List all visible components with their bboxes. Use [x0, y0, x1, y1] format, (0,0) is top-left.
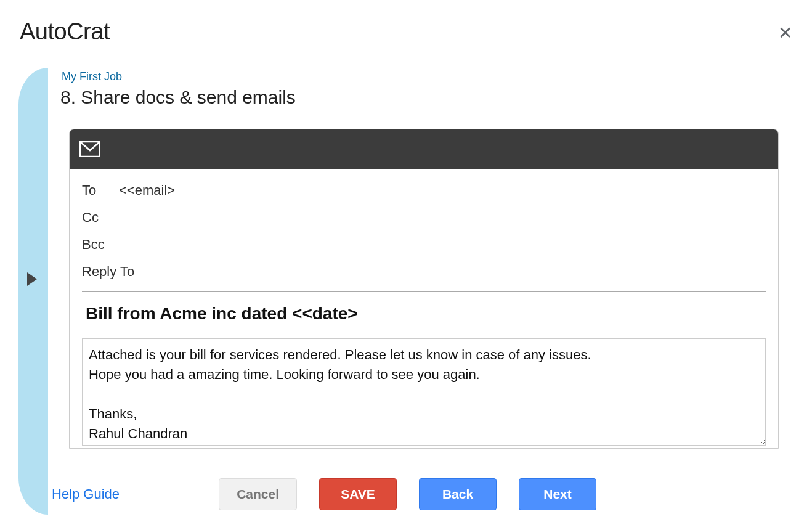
bcc-input[interactable]: [119, 237, 766, 253]
email-icon: [79, 141, 100, 157]
cc-input[interactable]: [119, 210, 766, 226]
job-name: My First Job: [62, 70, 794, 83]
reply-to-field-row: Reply To: [82, 264, 766, 280]
reply-to-input[interactable]: [151, 264, 766, 280]
save-button[interactable]: SAVE: [319, 478, 397, 510]
bcc-label: Bcc: [82, 237, 112, 253]
sidebar-panel: [18, 68, 48, 515]
help-guide-link[interactable]: Help Guide: [52, 486, 120, 502]
next-button[interactable]: Next: [519, 478, 596, 510]
to-field-row: To: [82, 182, 766, 198]
expand-sidebar-arrow[interactable]: [27, 272, 37, 286]
cc-label: Cc: [82, 210, 112, 226]
reply-to-label: Reply To: [82, 264, 144, 280]
app-title: AutoCrat: [0, 0, 812, 45]
cancel-button[interactable]: Cancel: [219, 478, 297, 510]
bcc-field-row: Bcc: [82, 237, 766, 253]
field-divider: [82, 291, 766, 292]
close-button[interactable]: ✕: [778, 25, 792, 42]
email-body-textarea[interactable]: [82, 338, 766, 446]
back-button[interactable]: Back: [419, 478, 497, 510]
cc-field-row: Cc: [82, 210, 766, 226]
to-input[interactable]: [119, 182, 766, 198]
email-header: [70, 129, 778, 169]
subject-input[interactable]: [82, 299, 766, 332]
close-icon: ✕: [778, 23, 792, 43]
to-label: To: [82, 182, 112, 198]
step-heading: 8. Share docs & send emails: [60, 87, 794, 108]
email-panel: To Cc Bcc Reply To: [69, 129, 779, 449]
